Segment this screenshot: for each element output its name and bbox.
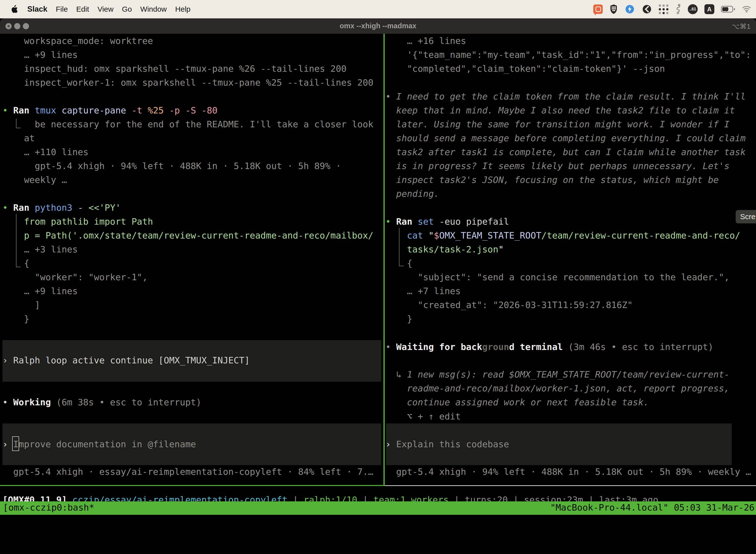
terminal: workspace_mode: worktree … +9 lines insp… bbox=[0, 34, 756, 554]
apple-menu[interactable] bbox=[10, 4, 18, 14]
left-pane-line: … +9 lines bbox=[2, 48, 78, 62]
tooltip: Scre bbox=[736, 210, 756, 223]
menu-bar: Slack File Edit View Go Window Help bbox=[0, 0, 756, 18]
left-pane-line: … +3 lines bbox=[2, 242, 78, 257]
right-pane-line: ↳ 1 new msg(s): read $OMX_TEAM_STATE_ROO… bbox=[385, 368, 730, 382]
menu-item-app[interactable]: Slack bbox=[27, 5, 47, 14]
left-pane-line: be necessary for the end of the README. … bbox=[2, 117, 374, 131]
pane-divider[interactable] bbox=[383, 34, 385, 486]
right-pane-line: task2 after task1 is complete, but can I… bbox=[385, 145, 746, 159]
input-source-icon[interactable]: A bbox=[704, 4, 714, 15]
right-pane-line: gpt-5.4 xhigh · 94% left · 488K in · 5.1… bbox=[385, 465, 751, 479]
menu-item-window[interactable]: Window bbox=[140, 5, 167, 13]
right-pane-line: is in progress? It seems likely but perh… bbox=[385, 159, 730, 173]
right-pane-line: keep that in mind. Maybe I also need the… bbox=[385, 104, 735, 117]
left-pane-line: • Ran tmux capture-pane -t %25 -p -S -80 bbox=[2, 104, 217, 117]
menu-items: File Edit View Go Window Help bbox=[56, 5, 190, 13]
menu-item-edit[interactable]: Edit bbox=[76, 5, 89, 13]
right-pane-border bbox=[385, 485, 756, 486]
menu-status-icons: ..61 A bbox=[593, 4, 752, 15]
tmux-session-label: [omx-cczip0:bash* bbox=[3, 502, 94, 512]
wifi-icon[interactable] bbox=[742, 4, 752, 15]
right-pane-line: … +7 lines bbox=[385, 284, 460, 298]
right-pane-line: … +16 lines bbox=[385, 34, 466, 48]
right-pane-line: '{"team_name":"my-team","task_id":"1","f… bbox=[385, 48, 751, 62]
dots-grid-icon[interactable] bbox=[659, 4, 669, 15]
left-pane-line: } bbox=[2, 312, 29, 326]
blue-seal-icon[interactable] bbox=[625, 4, 635, 15]
left-pane-border bbox=[0, 485, 383, 486]
right-pane-line: cat "$OMX_TEAM_STATE_ROOT/team/review-cu… bbox=[385, 229, 740, 242]
left-pane-line: • Working (6m 38s • esc to interrupt) bbox=[2, 395, 201, 409]
left-pane-line: p = Path('.omx/state/team/review-current… bbox=[2, 229, 374, 242]
left-pane-line: … +110 lines bbox=[2, 145, 88, 159]
right-pane-line: "completed","claim_token":"claim-token"}… bbox=[385, 62, 665, 76]
left-pane-line: at bbox=[2, 131, 35, 145]
menu-item-view[interactable]: View bbox=[98, 5, 113, 13]
chat-app-icon[interactable] bbox=[593, 4, 603, 15]
tmux-host-clock: "MacBook-Pro-44.local" 05:03 31-Mar-26 bbox=[550, 502, 755, 512]
window-titlebar: omx --xhigh --madmax ⌥⌘1 bbox=[0, 18, 756, 34]
right-pane-line: readme-and-reco/mailbox/worker-1.json, a… bbox=[385, 382, 730, 395]
right-pane-line: • Waiting for background terminal (3m 46… bbox=[385, 340, 713, 354]
left-pane-line: ] bbox=[2, 298, 40, 312]
right-pane-line: • I need to get the claim token from the… bbox=[385, 90, 746, 104]
left-pane-line: inspect_worker-1: omx sparkshell --tmux-… bbox=[2, 76, 374, 90]
right-pane-line: pending. bbox=[385, 187, 439, 201]
left-pane-line: … +9 lines bbox=[2, 284, 78, 298]
left-pane-line: workspace_mode: worktree bbox=[2, 34, 153, 48]
right-pane-line: "created_at": "2026-03-31T11:59:27.816Z" bbox=[385, 298, 633, 312]
right-pane-line: later. Using the same for transition mig… bbox=[385, 117, 730, 131]
right-pane-line: { bbox=[385, 257, 412, 270]
left-pane-line: • Ran python3 - <<'PY' bbox=[2, 201, 121, 215]
right-pane-line: } bbox=[385, 312, 412, 326]
right-pane-line: should send a message before completing … bbox=[385, 131, 746, 145]
right-pane-line: continue assigned work or next feasible … bbox=[385, 395, 649, 409]
right-pane-line: inspect task2's JSON, focusing on the st… bbox=[385, 173, 719, 187]
right-pane-line: tasks/task-2.json" bbox=[385, 242, 504, 257]
right-pane-line: "subject": "send a concise recommendatio… bbox=[385, 270, 730, 284]
right-pane-line: ⌥ + ↑ edit bbox=[385, 409, 460, 424]
left-pane-line: weekly … bbox=[2, 173, 67, 187]
right-pane-line: › Explain this codebase bbox=[385, 437, 509, 451]
window-shortcut: ⌥⌘1 bbox=[732, 22, 751, 31]
left-pane-line: { bbox=[2, 257, 29, 270]
battery-icon[interactable] bbox=[721, 4, 735, 15]
left-pane-line: "worker": "worker-1", bbox=[2, 270, 147, 284]
tmux-status-bar: [omx-cczip0:bash* "MacBook-Pro-44.local"… bbox=[0, 501, 756, 515]
notched-circle-icon[interactable] bbox=[642, 4, 652, 15]
left-pane-line: › Improve documentation in @filename bbox=[2, 437, 196, 451]
left-pane-line: gpt-5.4 xhigh · essay/ai-reimplementatio… bbox=[2, 465, 374, 479]
left-pane-line: › Ralph loop active continue [OMX_TMUX_I… bbox=[2, 353, 250, 367]
shield-grid-icon[interactable] bbox=[610, 4, 618, 15]
apple-icon bbox=[10, 4, 18, 14]
left-pane-line: from pathlib import Path bbox=[2, 215, 153, 229]
menu-item-file[interactable]: File bbox=[56, 5, 68, 13]
count-badge-icon[interactable]: ..61 bbox=[688, 4, 698, 15]
window-title: omx --xhigh --madmax bbox=[0, 22, 756, 30]
menu-item-go[interactable]: Go bbox=[122, 5, 132, 13]
menu-item-help[interactable]: Help bbox=[175, 5, 190, 13]
right-pane-line: • Ran set -euo pipefail bbox=[385, 215, 509, 229]
squiggle-icon[interactable] bbox=[675, 4, 681, 15]
left-pane-line: inspect_hud: omx sparkshell --tmux-pane … bbox=[2, 62, 346, 76]
left-pane-line: gpt-5.4 xhigh · 94% left · 488K in · 5.1… bbox=[2, 159, 341, 173]
